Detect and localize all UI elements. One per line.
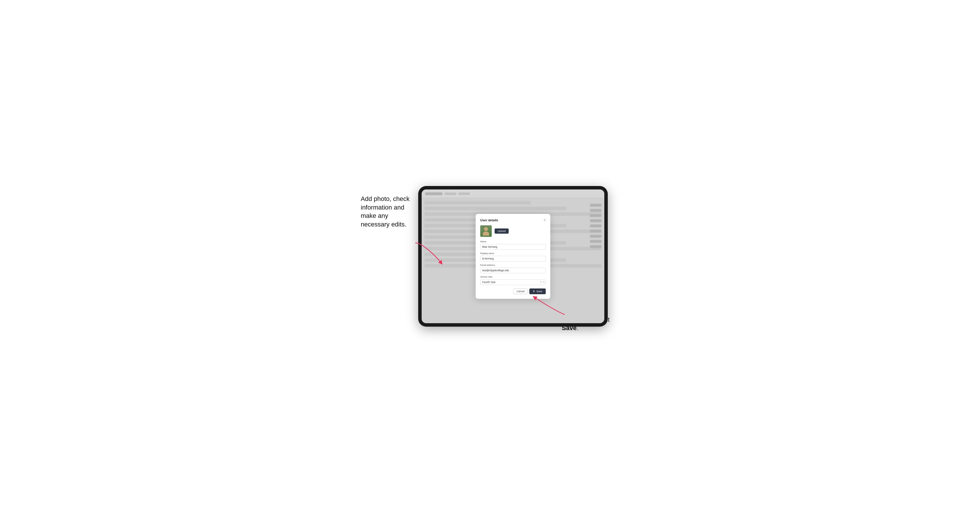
close-icon[interactable]: × <box>544 218 546 222</box>
upload-button[interactable]: Upload <box>495 229 509 233</box>
school-year-wrapper: × ▾ <box>480 279 546 285</box>
avatar <box>480 225 492 237</box>
email-input[interactable] <box>480 268 546 273</box>
name-input[interactable] <box>480 244 546 250</box>
clear-icon[interactable]: × <box>540 281 542 284</box>
school-year-input[interactable] <box>480 279 546 285</box>
save-button[interactable]: ⬆ Save <box>529 289 546 294</box>
modal-title: User details <box>480 218 498 222</box>
tablet-screen: User details × Upload Name Di <box>422 189 604 323</box>
chevron-down-icon[interactable]: ▾ <box>543 281 544 283</box>
modal-footer: Cancel ⬆ Save <box>480 289 546 294</box>
user-details-modal: User details × Upload Name Di <box>476 214 550 299</box>
email-label: Email address <box>480 264 546 267</box>
modal-title-row: User details × <box>480 218 546 222</box>
name-label: Name <box>480 240 546 243</box>
avatar-image <box>480 225 492 237</box>
name-field-group: Name <box>480 240 546 250</box>
school-year-field-group: School Year × ▾ <box>480 276 546 285</box>
email-field-group: Email address <box>480 264 546 273</box>
tablet: User details × Upload Name Di <box>418 186 608 327</box>
scene: Add photo, check information and make an… <box>361 178 619 349</box>
save-button-label: Save <box>536 290 542 293</box>
photo-row: Upload <box>480 225 546 237</box>
display-name-label: Display name <box>480 252 546 255</box>
cancel-button[interactable]: Cancel <box>513 289 528 294</box>
save-icon: ⬆ <box>533 290 535 293</box>
school-year-label: School Year <box>480 276 546 278</box>
modal-overlay: User details × Upload Name Di <box>422 189 604 323</box>
display-name-field-group: Display name <box>480 252 546 262</box>
annotation-left: Add photo, check information and make an… <box>361 195 418 229</box>
display-name-input[interactable] <box>480 256 546 262</box>
